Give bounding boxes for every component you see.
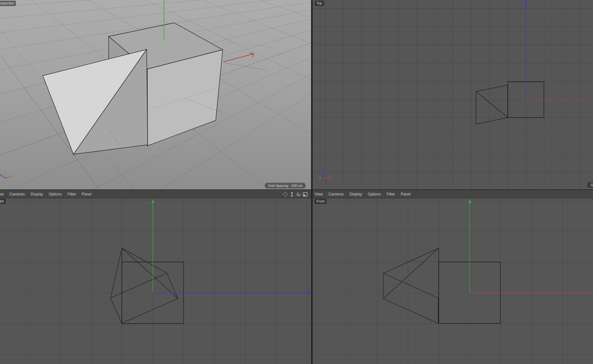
menu-filter[interactable]: Filter — [67, 192, 76, 196]
toggle-layout-icon[interactable] — [303, 192, 308, 197]
front-canvas[interactable] — [313, 198, 593, 364]
menu-display[interactable]: Display — [30, 192, 43, 196]
viewport-top: ZXY Top Grid Spacing : 100 cm — [313, 0, 593, 189]
viewport-front: Front — [313, 198, 593, 364]
grid-spacing-badge-clipped: Grid Spacing : 100 cm — [587, 182, 593, 188]
viewport-perspective: YXZ Perspective Grid Spacing : 100 cm — [0, 0, 311, 189]
viewport-nav-icons — [283, 192, 309, 197]
right-canvas[interactable] — [0, 198, 311, 364]
viewport-divider-horizontal-lower — [0, 198, 593, 198]
viewport-menubar-right-view: View Cameras Display Options Filter Pane… — [0, 190, 311, 198]
svg-text:Z: Z — [321, 169, 323, 173]
menu-cameras[interactable]: Cameras — [10, 192, 25, 196]
viewport-label-perspective: Perspective — [0, 1, 16, 6]
rotate-icon[interactable] — [296, 192, 301, 197]
pan-icon[interactable] — [283, 192, 288, 197]
cinema4d-quad-view: YXZ Perspective Grid Spacing : 100 cm ZX… — [0, 0, 593, 364]
svg-text:X: X — [329, 176, 331, 180]
svg-text:Y: Y — [319, 176, 322, 180]
viewport-label-top: Top — [315, 1, 324, 6]
viewport-menubar-front-view: View Cameras Display Options Filter Pane… — [313, 190, 593, 198]
menu-display[interactable]: Display — [349, 192, 362, 196]
top-canvas[interactable]: ZXY — [313, 0, 593, 189]
menu-view[interactable]: View — [0, 192, 4, 196]
svg-text:X: X — [11, 175, 14, 178]
zoom-icon[interactable] — [289, 192, 295, 197]
menu-filter[interactable]: Filter — [386, 192, 395, 196]
svg-text:Z: Z — [0, 173, 2, 177]
viewport-label-front: Front — [315, 199, 327, 204]
svg-text:Y: Y — [4, 169, 6, 173]
menu-panel[interactable]: Panel — [401, 192, 411, 196]
menu-options[interactable]: Options — [49, 192, 62, 196]
menu-view[interactable]: View — [315, 192, 323, 196]
perspective-canvas[interactable]: YXZ — [0, 0, 311, 189]
viewport-right: Right — [0, 198, 311, 364]
grid-spacing-badge: Grid Spacing : 100 cm — [265, 183, 306, 188]
viewport-divider-vertical[interactable] — [311, 0, 313, 364]
menu-options[interactable]: Options — [368, 192, 381, 196]
viewport-label-right: Right — [0, 199, 6, 204]
viewport-divider-horizontal[interactable] — [0, 189, 593, 190]
menu-panel[interactable]: Panel — [82, 192, 92, 196]
menu-cameras[interactable]: Cameras — [328, 192, 344, 196]
